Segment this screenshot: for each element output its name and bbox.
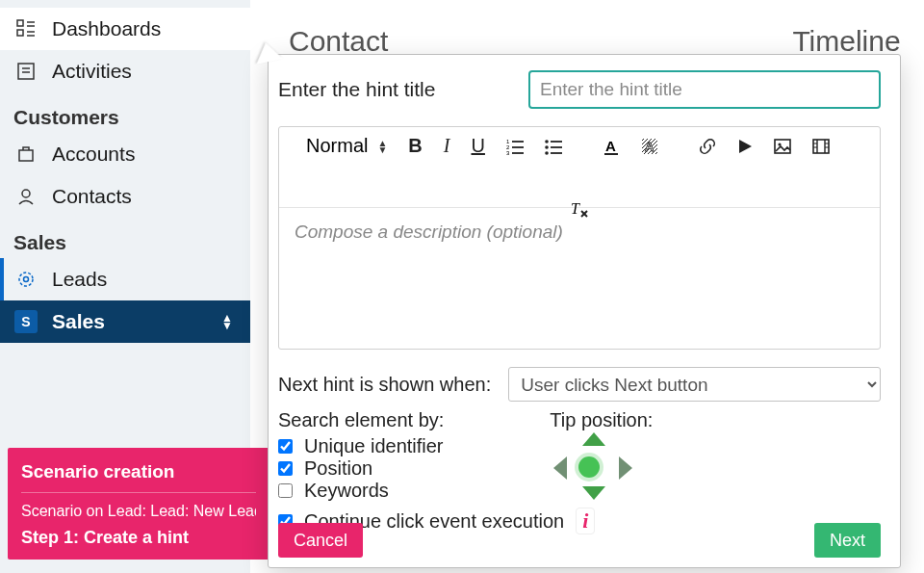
format-select-label: Normal — [306, 135, 368, 157]
sidebar-item-activities[interactable]: Activities — [0, 50, 250, 92]
tip-position-label: Tip position: — [550, 409, 653, 431]
svg-rect-9 — [19, 150, 33, 161]
sidebar-item-label: Dashboards — [52, 17, 161, 40]
svg-rect-0 — [17, 20, 23, 26]
updown-icon[interactable]: ▲▼ — [221, 314, 233, 329]
svg-point-19 — [545, 140, 549, 143]
sidebar-item-label: Activities — [52, 60, 132, 83]
svg-marker-29 — [739, 140, 752, 153]
svg-point-21 — [545, 145, 549, 149]
tip-down-icon[interactable] — [582, 486, 605, 500]
sidebar-group-sales: Sales — [0, 218, 250, 258]
underline-button[interactable]: U — [471, 135, 484, 157]
sidebar-item-sales[interactable]: S Sales ▲▼ — [0, 300, 250, 343]
contacts-icon — [13, 187, 38, 206]
image-button[interactable] — [774, 138, 791, 155]
textcolor-button[interactable]: A — [603, 138, 620, 155]
next-hint-label: Next hint is shown when: — [278, 374, 491, 396]
sidebar-item-accounts[interactable]: Accounts — [0, 133, 250, 175]
hint-title-label: Enter the hint title — [278, 78, 471, 101]
svg-text:A: A — [645, 140, 654, 154]
sidebar-item-label: Leads — [52, 268, 107, 291]
sales-badge-icon: S — [13, 310, 38, 333]
cancel-button[interactable]: Cancel — [278, 523, 363, 558]
checkbox-input[interactable] — [278, 461, 293, 476]
sidebar-item-label: Contacts — [52, 185, 132, 208]
sidebar-item-label: Sales — [52, 310, 105, 333]
tip-position-column: Tip position: — [550, 409, 653, 502]
tip-left-icon[interactable] — [553, 456, 567, 480]
ordered-list-button[interactable]: 123 — [506, 138, 524, 155]
clear-format-button[interactable]: T — [570, 199, 589, 219]
next-hint-select[interactable]: User clicks Next button — [508, 367, 881, 402]
search-element-label: Search element by: — [278, 409, 444, 431]
position-checkbox[interactable]: Position — [278, 457, 444, 480]
keywords-checkbox[interactable]: Keywords — [278, 480, 444, 502]
svg-rect-32 — [813, 140, 829, 153]
scenario-context: Scenario on Lead: Lead: New Lead — [21, 492, 256, 520]
bold-button[interactable]: B — [408, 135, 422, 157]
hint-modal: Enter the hint title Normal ▲▼ B I U 123… — [268, 54, 901, 568]
tip-up-icon[interactable] — [582, 432, 605, 446]
sidebar-item-label: Accounts — [52, 143, 135, 166]
background-headers: Contact Timeline — [289, 25, 901, 58]
activities-icon — [13, 62, 38, 81]
description-editor: Normal ▲▼ B I U 123 A A — [278, 126, 881, 350]
svg-point-11 — [19, 273, 33, 286]
bg-contact-heading: Contact — [289, 25, 388, 58]
scenario-panel: Scenario creation Scenario on Lead: Lead… — [8, 448, 270, 560]
unique-identifier-checkbox[interactable]: Unique identifier — [278, 435, 444, 457]
tip-right-icon[interactable] — [619, 456, 632, 480]
svg-text:A: A — [605, 138, 616, 154]
italic-button[interactable]: I — [444, 135, 450, 157]
svg-rect-30 — [775, 140, 790, 153]
checkbox-input[interactable] — [278, 439, 293, 454]
dashboard-icon — [13, 19, 38, 39]
search-element-column: Search element by: Unique identifier Pos… — [278, 409, 444, 502]
svg-point-12 — [24, 277, 29, 282]
link-button[interactable] — [699, 138, 716, 155]
editor-toolbar: Normal ▲▼ B I U 123 A A — [279, 127, 880, 208]
checkbox-label: Keywords — [304, 480, 389, 502]
svg-rect-6 — [18, 64, 34, 79]
svg-point-23 — [545, 151, 549, 155]
leads-icon — [13, 270, 38, 289]
svg-text:T: T — [571, 200, 580, 217]
checkbox-label: Unique identifier — [304, 435, 444, 457]
svg-rect-1 — [17, 30, 23, 36]
tip-center-icon[interactable] — [578, 456, 600, 478]
tip-position-selector[interactable] — [550, 435, 636, 497]
video-play-button[interactable] — [737, 139, 753, 154]
hint-title-input[interactable] — [528, 70, 881, 109]
updown-icon: ▲▼ — [377, 140, 387, 153]
sidebar-item-dashboards[interactable]: Dashboards — [0, 8, 250, 50]
sidebar-group-customers: Customers — [0, 92, 250, 133]
bg-timeline-heading: Timeline — [792, 25, 900, 58]
svg-point-10 — [22, 190, 30, 197]
film-button[interactable] — [812, 138, 830, 155]
checkbox-input[interactable] — [278, 483, 293, 498]
checkbox-label: Position — [304, 457, 372, 480]
next-button[interactable]: Next — [814, 523, 881, 558]
svg-text:3: 3 — [506, 150, 510, 155]
format-select[interactable]: Normal ▲▼ — [306, 135, 387, 157]
accounts-icon — [13, 144, 38, 164]
sidebar-item-leads[interactable]: Leads — [0, 258, 250, 300]
scenario-step: Step 1: Create a hint — [21, 528, 256, 548]
sidebar-item-contacts[interactable]: Contacts — [0, 175, 250, 218]
scenario-title: Scenario creation — [21, 461, 256, 482]
bgcolor-button[interactable]: A — [641, 138, 658, 155]
bullet-list-button[interactable] — [545, 138, 562, 155]
